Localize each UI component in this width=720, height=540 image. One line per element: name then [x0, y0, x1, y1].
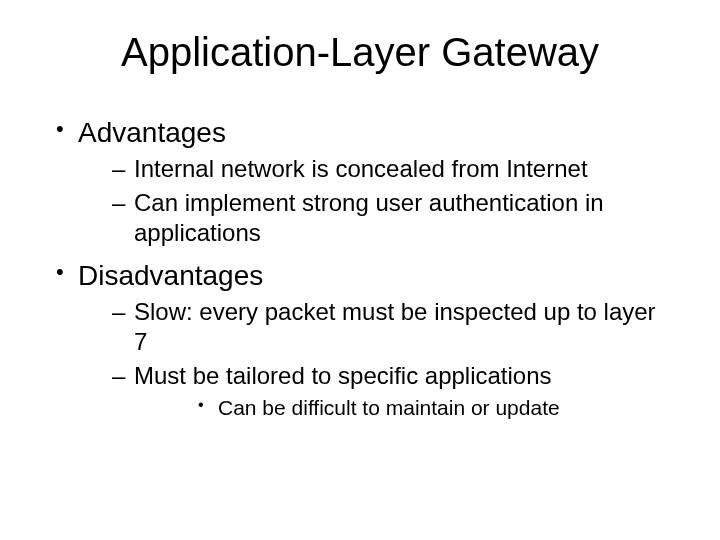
slide-title: Application-Layer Gateway	[50, 30, 670, 75]
section-heading: Advantages	[78, 117, 226, 148]
section-disadvantages: Disadvantages Slow: every packet must be…	[50, 258, 670, 421]
section-advantages: Advantages Internal network is concealed…	[50, 115, 670, 248]
list-item: Can implement strong user authentication…	[78, 188, 670, 248]
disadvantages-list: Slow: every packet must be inspected up …	[78, 297, 670, 421]
list-item: Slow: every packet must be inspected up …	[78, 297, 670, 357]
content-list: Advantages Internal network is concealed…	[50, 115, 670, 421]
list-item-text: Must be tailored to specific application…	[134, 362, 552, 389]
slide: Application-Layer Gateway Advantages Int…	[0, 0, 720, 540]
list-item: Internal network is concealed from Inter…	[78, 154, 670, 184]
sub-list: Can be difficult to maintain or update	[134, 395, 670, 421]
list-item: Must be tailored to specific application…	[78, 361, 670, 421]
section-heading: Disadvantages	[78, 260, 263, 291]
advantages-list: Internal network is concealed from Inter…	[78, 154, 670, 248]
list-item: Can be difficult to maintain or update	[134, 395, 670, 421]
